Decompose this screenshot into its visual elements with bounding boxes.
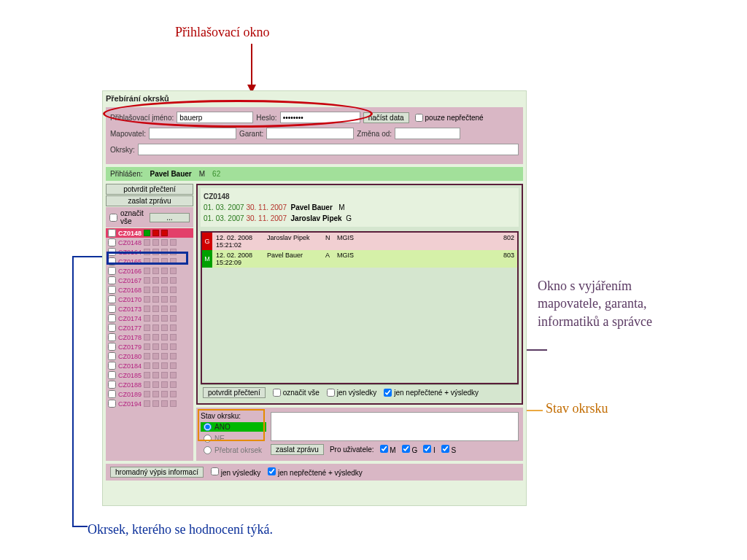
table-row[interactable]: M12. 02. 200815:22:09Pavel BauerAMGIS803 (202, 250, 517, 268)
list-item[interactable]: CZ0188 (106, 380, 193, 389)
okrsek-code[interactable]: CZ0173 (118, 306, 142, 313)
list-item[interactable]: CZ0174 (106, 314, 193, 323)
zmena-od-input[interactable] (395, 128, 460, 139)
list-checkbox[interactable] (108, 267, 116, 275)
status-square-icon (144, 372, 150, 378)
list-checkbox[interactable] (108, 371, 116, 379)
chk-s[interactable]: S (441, 445, 456, 454)
list-checkbox[interactable] (108, 362, 116, 370)
list-item[interactable]: CZ0165 (106, 257, 193, 266)
chk-i[interactable]: I (423, 445, 436, 454)
list-checkbox[interactable] (108, 324, 116, 332)
footer-jen-vysledky[interactable]: jen výsledky (211, 467, 260, 477)
list-checkbox[interactable] (108, 333, 116, 341)
list-checkbox[interactable] (108, 400, 116, 408)
stav-ne-radio[interactable]: NE (201, 434, 266, 443)
list-item[interactable]: CZ0164 (106, 247, 193, 257)
okrsky-input[interactable] (138, 144, 519, 155)
checkbox[interactable] (415, 114, 423, 122)
pouze-neprectene-checkbox[interactable]: pouze nepřečtené (415, 114, 484, 122)
table-row[interactable]: G12. 02. 200815:21:02Jaroslav PipekNMGIS… (202, 233, 517, 250)
list-checkbox[interactable] (108, 257, 116, 265)
chk-m[interactable]: M (380, 445, 396, 454)
garant-input[interactable] (266, 128, 354, 139)
okrsek-code[interactable]: CZ0164 (118, 249, 142, 256)
status-square-icon (144, 296, 150, 303)
okrsek-code[interactable]: CZ0189 (118, 391, 142, 398)
prihlasen-role: M (199, 170, 205, 178)
okrsek-code[interactable]: CZ0166 (118, 268, 142, 275)
list-item[interactable]: CZ0166 (106, 266, 193, 276)
nacist-data-button[interactable]: načíst data (363, 112, 409, 123)
list-item[interactable]: CZ0173 (106, 304, 193, 314)
okrsek-code[interactable]: CZ0185 (118, 372, 142, 379)
chk-g[interactable]: G (402, 445, 418, 454)
list-item[interactable]: CZ0180 (106, 351, 193, 361)
list-checkbox[interactable] (108, 295, 116, 303)
cell-c2: MGIS (333, 233, 370, 250)
okrsek-code[interactable]: CZ0168 (118, 287, 142, 294)
list-checkbox[interactable] (108, 352, 116, 360)
footer-jen-neprectene[interactable]: jen nepřečtené + výsledky (268, 467, 363, 477)
hromadny-vypis-button[interactable]: hromadný výpis informací (110, 467, 204, 478)
okrsek-code[interactable]: CZ0177 (118, 324, 142, 332)
list-checkbox[interactable] (108, 248, 116, 256)
dots-button[interactable]: ... (150, 213, 190, 222)
list-item[interactable]: CZ0168 (106, 285, 193, 295)
cell-spacer (370, 250, 495, 268)
list-checkbox[interactable] (108, 229, 116, 237)
okrsek-code[interactable]: CZ0179 (118, 343, 142, 351)
okrsek-code[interactable]: CZ0167 (118, 277, 142, 284)
list-item[interactable]: CZ0177 (106, 323, 193, 332)
okrsek-code[interactable]: CZ0148 (118, 230, 142, 237)
list-checkbox[interactable] (108, 390, 116, 398)
list-checkbox[interactable] (108, 286, 116, 294)
okrsek-code[interactable]: CZ0194 (118, 400, 142, 408)
oznacit-vse-checkbox[interactable] (109, 214, 117, 222)
detail-oznacit-vse[interactable]: označit vše (273, 389, 320, 397)
list-item[interactable]: CZ0148 (106, 228, 193, 238)
okrsek-code[interactable]: CZ0180 (118, 353, 142, 360)
potvrdit-precteni-button[interactable]: potvrdit přečtení (106, 184, 193, 195)
okrsek-code[interactable]: CZ0184 (118, 362, 142, 370)
list-item[interactable]: CZ0178 (106, 332, 193, 342)
okrsek-code[interactable]: CZ0188 (118, 381, 142, 389)
list-item[interactable]: CZ0184 (106, 361, 193, 370)
stav-ano-radio[interactable]: ANO (201, 422, 266, 432)
okrsek-code[interactable]: CZ0174 (118, 315, 142, 322)
stav-zaslat-button[interactable]: zaslat zprávu (271, 444, 324, 455)
annotation-okno: Okno s vyjářením mapovatele, garanta, in… (538, 277, 698, 330)
list-item[interactable]: CZ0194 (106, 399, 193, 408)
list-item[interactable]: CZ0148 (106, 238, 193, 247)
okrsek-code[interactable]: CZ0170 (118, 296, 142, 303)
okrsek-code[interactable]: CZ0178 (118, 334, 142, 341)
mapovatel-input[interactable] (149, 128, 236, 139)
zaslat-zpravu-button[interactable]: zaslat zprávu (106, 195, 193, 206)
status-square-icon (152, 268, 159, 274)
detail-potvrdit-button[interactable]: potvrdit přečtení (203, 387, 266, 398)
list-item[interactable]: CZ0167 (106, 276, 193, 285)
username-input[interactable] (177, 112, 253, 123)
list-checkbox[interactable] (108, 343, 116, 351)
detail-header: CZ0148 01. 03. 2007 30. 11. 2007 Pavel B… (201, 188, 519, 227)
message-textarea[interactable] (271, 412, 519, 441)
password-input[interactable] (280, 112, 360, 123)
list-checkbox[interactable] (108, 314, 116, 322)
okrsek-code[interactable]: CZ0165 (118, 258, 142, 265)
list-checkbox[interactable] (108, 276, 116, 284)
status-square-icon (170, 315, 177, 322)
list-checkbox[interactable] (108, 305, 116, 313)
list-item[interactable]: CZ0185 (106, 370, 193, 380)
list-item[interactable]: CZ0170 (106, 295, 193, 304)
detail-id: CZ0148 (204, 191, 516, 202)
stav-prebrat-radio[interactable]: Přebrat okrsek (201, 446, 266, 455)
list-item[interactable]: CZ0189 (106, 389, 193, 399)
list-checkbox[interactable] (108, 381, 116, 389)
okrsek-code[interactable]: CZ0148 (118, 239, 142, 246)
detail-jen-neprectene[interactable]: jen nepřečtené + výsledky (384, 389, 479, 397)
status-square-icon (161, 258, 168, 265)
detail-jen-vysledky[interactable]: jen výsledky (327, 389, 376, 397)
list-item[interactable]: CZ0179 (106, 342, 193, 351)
status-square-icon (161, 391, 168, 397)
list-checkbox[interactable] (108, 238, 116, 246)
